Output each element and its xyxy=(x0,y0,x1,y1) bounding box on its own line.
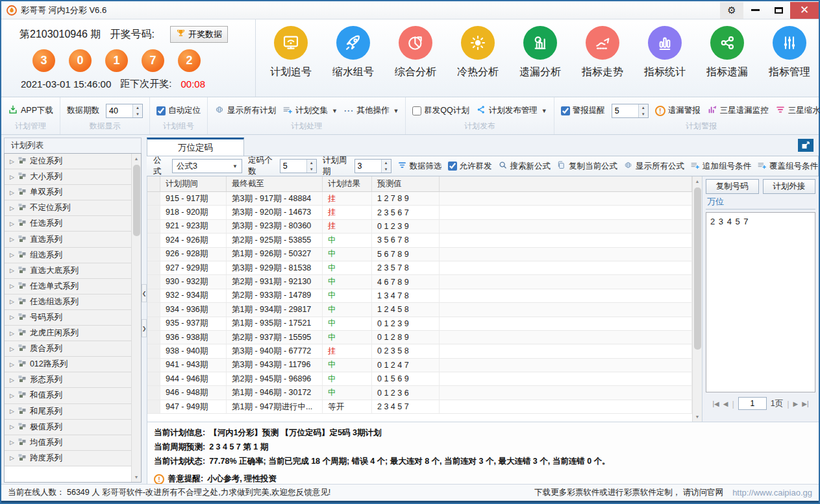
sidebar-item[interactable]: ▷大小系列 xyxy=(5,169,131,185)
sidebar-item[interactable]: ▷012路系列 xyxy=(5,357,131,372)
gear-icon[interactable]: ⚙ xyxy=(720,2,743,19)
nav-button[interactable]: 冷热分析 xyxy=(447,26,509,97)
qq-broadcast-checkbox[interactable]: 群发QQ计划 xyxy=(412,105,469,116)
minimize-button[interactable] xyxy=(743,2,767,19)
nav-button[interactable]: 计划追号 xyxy=(260,26,322,97)
close-button[interactable]: ✕ xyxy=(790,2,819,19)
scroll-up-icon[interactable]: ▲ xyxy=(132,154,141,163)
collapse-left-icon[interactable]: ❮ xyxy=(142,284,147,302)
alert-remind-checkbox[interactable]: 警报提醒 xyxy=(561,105,605,116)
spin-down-icon[interactable]: ▼ xyxy=(382,166,391,173)
other-ops-button[interactable]: ··· 其他操作▼ xyxy=(344,105,399,116)
spin-up-icon[interactable]: ▲ xyxy=(382,160,391,166)
nav-button[interactable]: 指标遗漏 xyxy=(696,26,758,97)
search-formula-button[interactable]: 搜索新公式 xyxy=(498,160,551,172)
table-scrollbar[interactable]: ▲ ▼ xyxy=(692,176,702,422)
data-periods-input[interactable] xyxy=(106,104,132,117)
table-row[interactable]: 936 - 938期第2期 - 937期 - 15595中0 1 2 8 9 xyxy=(147,331,692,344)
table-row[interactable]: 944 - 946期第2期 - 945期 - 96896中0 1 5 6 9 xyxy=(147,372,692,386)
nav-button[interactable]: 指标管理 xyxy=(758,26,820,97)
plan-intersect-button[interactable]: 计划交集▼ xyxy=(282,104,338,117)
scroll-up-icon[interactable]: ▲ xyxy=(693,176,702,186)
next-page-icon[interactable]: ▶ xyxy=(793,400,799,407)
sidebar-item[interactable]: ▷和尾系列 xyxy=(5,404,131,420)
page-input[interactable] xyxy=(738,397,767,410)
alert-input[interactable] xyxy=(612,104,638,117)
col-prediction[interactable]: 预测值 xyxy=(372,176,440,191)
copy-formula-button[interactable]: 复制当前公式 xyxy=(556,160,617,172)
table-row[interactable]: 938 - 940期第3期 - 940期 - 67772挂0 2 3 5 8 xyxy=(147,344,692,358)
alert-stepper[interactable]: ▲▼ xyxy=(612,104,649,118)
sidebar-item[interactable]: ▷任选单式系列 xyxy=(5,279,131,294)
spin-down-icon[interactable]: ▼ xyxy=(307,166,316,173)
sidebar-item[interactable]: ▷号码系列 xyxy=(5,310,131,326)
alert-remind-input[interactable] xyxy=(561,106,570,115)
auto-position-checkbox[interactable]: 自动定位 xyxy=(156,105,201,116)
table-row[interactable]: 927 - 929期第3期 - 929期 - 81538中2 3 5 7 8 xyxy=(147,261,692,275)
cycle-input[interactable] xyxy=(355,160,381,173)
draw-data-button[interactable]: 开奖数据 xyxy=(170,26,228,43)
sidebar-item[interactable]: ▷质合系列 xyxy=(5,341,131,357)
nav-button[interactable]: 指标统计 xyxy=(634,26,696,97)
col-period[interactable]: 计划期间 xyxy=(160,176,227,191)
digit-count-stepper[interactable]: ▲▼ xyxy=(280,159,317,173)
table-row[interactable]: 947 - 949期第1期 - 947期进行中...等开2 3 4 5 7 xyxy=(147,400,692,414)
data-periods-stepper[interactable]: ▲▼ xyxy=(106,104,143,118)
show-all-plans-button[interactable]: 显示所有计划 xyxy=(214,104,276,117)
sidebar-item[interactable]: ▷跨度系列 xyxy=(5,451,131,466)
numbers-box[interactable]: 2 3 4 5 7 xyxy=(706,212,815,392)
sidebar-item[interactable]: ▷组选系列 xyxy=(5,248,131,263)
collapse-right-icon[interactable]: ❯ xyxy=(142,319,147,337)
scrollbar-thumb[interactable] xyxy=(694,187,701,350)
spin-up-icon[interactable]: ▲ xyxy=(639,104,648,111)
sidebar-item[interactable]: ▷不定位系列 xyxy=(5,200,131,216)
allow-broadcast-input[interactable] xyxy=(448,162,457,171)
table-row[interactable]: 918 - 920期第3期 - 920期 - 14673挂2 3 5 6 7 xyxy=(147,206,692,219)
sidebar-item[interactable]: ▷和值系列 xyxy=(5,388,131,403)
append-condition-button[interactable]: 追加组号条件 xyxy=(690,160,751,172)
scroll-down-icon[interactable]: ▼ xyxy=(693,412,702,422)
auto-position-input[interactable] xyxy=(156,106,166,115)
qq-broadcast-input[interactable] xyxy=(412,106,421,115)
app-download-button[interactable]: APP下载 xyxy=(8,104,53,117)
spin-up-icon[interactable]: ▲ xyxy=(307,160,316,166)
scrollbar-thumb[interactable] xyxy=(133,165,140,236)
sidebar-item[interactable]: ▷均值系列 xyxy=(5,435,131,451)
external-plan-button[interactable]: 计划外接 xyxy=(763,179,816,194)
table-row[interactable]: 915 - 917期第3期 - 917期 - 48884挂1 2 7 8 9 xyxy=(147,192,692,206)
spin-up-icon[interactable]: ▲ xyxy=(133,104,142,111)
sidebar-item[interactable]: ▷形态系列 xyxy=(5,372,131,388)
sidebar-item[interactable]: ▷直选大底系列 xyxy=(5,263,131,279)
nav-button[interactable]: 缩水组号 xyxy=(322,26,384,97)
prev-page-icon[interactable]: ◀ xyxy=(723,400,728,407)
table-row[interactable]: 946 - 948期第1期 - 946期 - 30172中0 1 2 3 6 xyxy=(147,386,692,400)
table-row[interactable]: 924 - 926期第2期 - 925期 - 53855中3 5 6 7 8 xyxy=(147,234,692,247)
sidebar-item[interactable]: ▷龙虎庄闲系列 xyxy=(5,326,131,341)
table-row[interactable]: 934 - 936期第1期 - 934期 - 29817中1 2 4 5 8 xyxy=(147,303,692,317)
expand-icon[interactable] xyxy=(798,139,814,152)
three-star-monitor-button[interactable]: 三星遗漏监控 xyxy=(707,104,769,117)
override-condition-button[interactable]: 覆盖组号条件 xyxy=(757,160,818,172)
table-row[interactable]: 932 - 934期第2期 - 933期 - 14789中1 3 4 7 8 xyxy=(147,289,692,303)
sidebar-item[interactable]: ▷任选系列 xyxy=(5,216,131,232)
maximize-button[interactable] xyxy=(767,2,790,19)
copy-numbers-button[interactable]: 复制号码 xyxy=(706,179,759,194)
publish-manage-button[interactable]: 计划发布管理▼ xyxy=(476,104,547,117)
sidebar-item[interactable]: ▷任选组选系列 xyxy=(5,294,131,310)
data-filter-button[interactable]: 数据筛选 xyxy=(397,160,442,172)
tab-wanwei-dingma[interactable]: 万位定码 xyxy=(147,138,244,156)
formula-dropdown[interactable]: 公式3▼ xyxy=(172,159,242,173)
sidebar-scrollbar[interactable]: ▲ ▼ xyxy=(131,154,141,482)
status-url[interactable]: http://www.caipiao.gg xyxy=(732,488,812,498)
nav-button[interactable]: 遗漏分析 xyxy=(509,26,571,97)
col-result[interactable]: 计划结果 xyxy=(323,176,372,191)
nav-button[interactable]: 综合分析 xyxy=(384,26,447,97)
allow-broadcast-checkbox[interactable]: 允许群发 xyxy=(448,161,492,172)
three-star-shrink-button[interactable]: 三星缩水+监控 xyxy=(775,104,820,117)
show-all-formula-button[interactable]: 显示所有公式 xyxy=(623,160,684,172)
sidebar-item[interactable]: ▷定位系列 xyxy=(5,154,131,169)
table-row[interactable]: 941 - 943期第3期 - 943期 - 11796中0 1 2 4 7 xyxy=(147,359,692,372)
spin-down-icon[interactable]: ▼ xyxy=(133,111,142,117)
nav-button[interactable]: 指标走势 xyxy=(571,26,634,97)
col-final[interactable]: 最终截至 xyxy=(227,176,323,191)
